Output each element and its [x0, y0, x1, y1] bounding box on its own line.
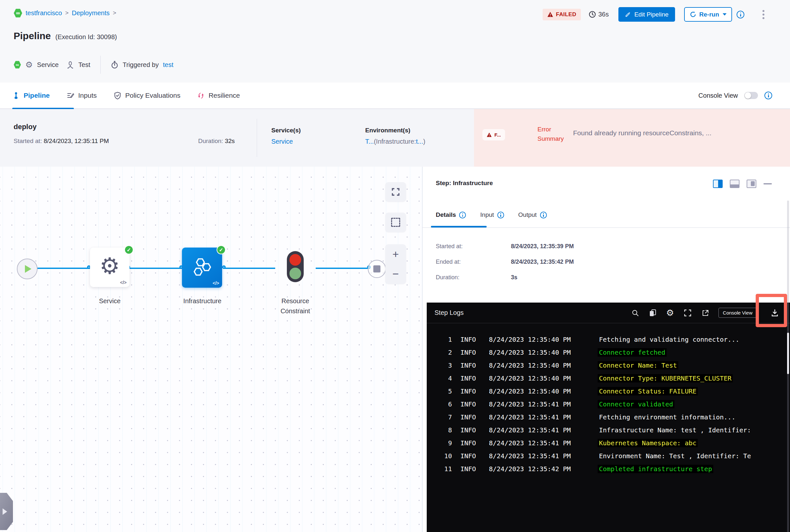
- divider: [257, 119, 257, 157]
- log-message: Environment Name: Test , Identifier: Te: [598, 452, 752, 460]
- stage-name[interactable]: deploy: [14, 122, 37, 131]
- log-timestamp: 8/24/2023 12:35:41 PM: [489, 400, 598, 408]
- tab-details[interactable]: Details: [436, 211, 466, 218]
- pipeline-canvas[interactable]: Service Infrastructure Resource Constrai…: [0, 167, 422, 532]
- tab-output-label: Output: [518, 211, 537, 218]
- tab-inputs-label: Inputs: [78, 92, 97, 99]
- services-value[interactable]: Service: [271, 138, 301, 145]
- log-line: 7INFO8/24/2023 12:35:41 PMFetching envir…: [434, 411, 790, 423]
- log-line: 2INFO8/24/2023 12:35:40 PMConnector fetc…: [434, 346, 790, 359]
- node-infrastructure[interactable]: [182, 248, 222, 288]
- zoom-out-button[interactable]: −: [385, 264, 406, 284]
- log-line-number: 9: [434, 439, 452, 447]
- warning-icon: [547, 12, 553, 17]
- log-line-number: 1: [434, 336, 452, 343]
- service-name[interactable]: Service: [37, 61, 59, 69]
- expand-icon: [391, 187, 400, 196]
- log-timestamp: 8/24/2023 12:35:41 PM: [489, 452, 598, 460]
- node-resource-constraint[interactable]: [287, 251, 304, 282]
- log-timestamp: 8/24/2023 12:35:40 PM: [489, 348, 598, 356]
- layout-right-view-button[interactable]: [713, 179, 723, 188]
- tab-resilience-label: Resilience: [208, 92, 240, 99]
- zoom-in-button[interactable]: +: [385, 244, 406, 264]
- start-node[interactable]: [17, 259, 38, 279]
- log-message: Fetching and validating connector...: [598, 335, 740, 344]
- elapsed-time: 36s: [589, 11, 609, 18]
- download-logs-button[interactable]: [766, 309, 784, 317]
- open-in-new-tab-button[interactable]: [701, 309, 710, 317]
- layout-bottom-view-button[interactable]: [730, 179, 739, 188]
- log-level: INFO: [460, 400, 489, 408]
- log-line-number: 2: [434, 348, 452, 356]
- breadcrumb-project[interactable]: testfrancisco: [25, 10, 62, 17]
- node-label-resource-constraint: Resource Constraint: [271, 296, 319, 316]
- log-line: 11INFO8/24/2023 12:35:42 PMCompleted inf…: [434, 462, 790, 475]
- minimize-panel-button[interactable]: [764, 183, 772, 185]
- success-check-icon: [124, 245, 133, 254]
- harness-logo-icon: [14, 8, 22, 18]
- refresh-icon: [690, 11, 696, 18]
- tab-output[interactable]: Output: [518, 211, 547, 218]
- edit-pipeline-button[interactable]: Edit Pipeline: [619, 7, 675, 22]
- rerun-info-icon[interactable]: [737, 11, 745, 18]
- node-service[interactable]: [90, 248, 129, 287]
- output-info-icon[interactable]: [540, 212, 547, 218]
- log-timestamp: 8/24/2023 12:35:41 PM: [489, 439, 598, 447]
- edge-infra-constraint: [224, 268, 275, 269]
- play-icon: [25, 265, 32, 273]
- tab-input[interactable]: Input: [480, 211, 504, 218]
- elapsed-time-value: 36s: [598, 11, 609, 18]
- tab-pipeline[interactable]: Pipeline: [12, 92, 50, 99]
- log-line: 5INFO8/24/2023 12:35:40 PMConnector Stat…: [434, 385, 790, 398]
- page-header: testfrancisco > Deployments > FAILED 36s…: [0, 0, 790, 82]
- error-summary-zone: F... Error Summary Found already running…: [474, 109, 790, 167]
- log-line-number: 8: [434, 426, 452, 434]
- breadcrumb-deployments[interactable]: Deployments: [72, 10, 110, 17]
- console-view-info-icon[interactable]: [765, 92, 772, 99]
- console-view-button[interactable]: Console View: [718, 308, 757, 318]
- service-icon: [25, 60, 33, 69]
- environment-icon: [66, 61, 74, 69]
- console-view-toggle[interactable]: [745, 92, 758, 99]
- more-options-button[interactable]: [761, 9, 766, 20]
- copy-icon: [649, 309, 657, 317]
- shield-check-icon: [114, 92, 122, 100]
- detail-started-at: Started at:8/24/2023, 12:35:39 PM: [436, 243, 463, 250]
- code-icon: [120, 280, 127, 285]
- log-line-number: 11: [434, 465, 452, 473]
- log-message: Connector fetched: [598, 348, 667, 357]
- panel-scrollbar-thumb[interactable]: [787, 332, 789, 374]
- tab-resilience[interactable]: Resilience: [197, 92, 240, 99]
- input-info-icon[interactable]: [497, 212, 504, 218]
- status-badge: FAILED: [543, 9, 581, 20]
- rerun-button[interactable]: Re-run: [684, 7, 732, 22]
- log-level: INFO: [460, 413, 489, 421]
- environments-value[interactable]: T...(Infrastructure:t...): [365, 138, 425, 145]
- end-node[interactable]: [368, 260, 386, 278]
- log-settings-button[interactable]: [666, 309, 675, 317]
- fullscreen-logs-button[interactable]: [683, 309, 692, 317]
- tab-inputs[interactable]: Inputs: [67, 92, 97, 99]
- status-badge-label: FAILED: [556, 11, 576, 18]
- clock-icon: [589, 11, 596, 18]
- log-timestamp: 8/24/2023 12:35:40 PM: [489, 375, 598, 382]
- download-icon: [771, 309, 779, 317]
- rerun-label: Re-run: [699, 11, 719, 18]
- details-info-icon[interactable]: [459, 212, 466, 218]
- canvas-select-button[interactable]: [385, 213, 406, 232]
- log-lines[interactable]: 1INFO8/24/2023 12:35:40 PMFetching and v…: [427, 323, 790, 475]
- stop-icon: [373, 265, 381, 272]
- canvas-fit-view-button[interactable]: [385, 182, 406, 202]
- breadcrumb-separator: >: [113, 10, 116, 17]
- triggered-by-user[interactable]: test: [163, 61, 173, 69]
- log-line: 10INFO8/24/2023 12:35:41 PMEnvironment N…: [434, 450, 790, 462]
- tab-policy-evaluations[interactable]: Policy Evaluations: [114, 92, 180, 100]
- node-label-service: Service: [90, 296, 129, 306]
- log-line-number: 10: [434, 452, 452, 460]
- layout-float-view-button[interactable]: [747, 179, 756, 188]
- log-message: Connector Name: Test: [598, 361, 678, 369]
- expand-left-panel-handle[interactable]: [0, 493, 13, 530]
- search-logs-button[interactable]: [631, 309, 640, 317]
- copy-logs-button[interactable]: [648, 309, 657, 317]
- environment-name[interactable]: Test: [78, 61, 90, 69]
